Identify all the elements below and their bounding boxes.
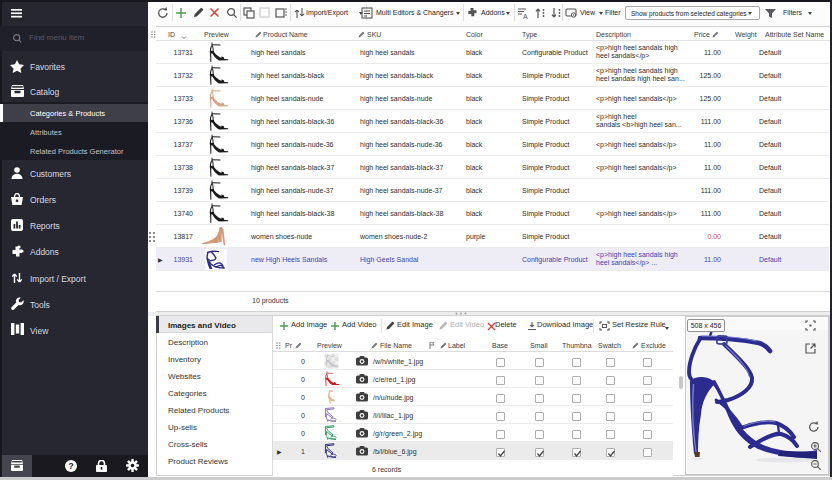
svg-text:A: A — [523, 13, 528, 20]
svg-text:?: ? — [68, 461, 74, 471]
